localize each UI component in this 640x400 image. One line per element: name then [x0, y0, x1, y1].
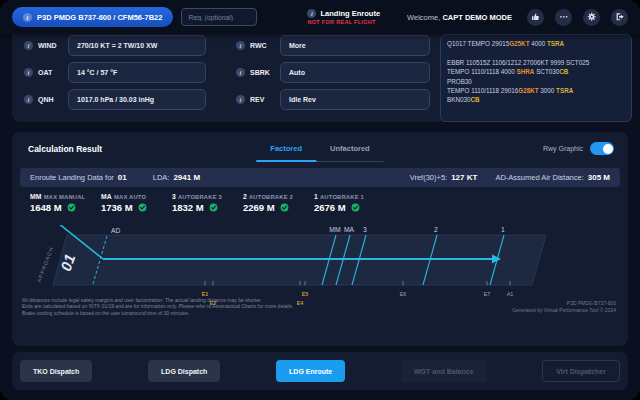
weather-line: Q1017 TEMPO 29015G25KT 4000 TSRA: [447, 39, 625, 48]
distance-value: 1736 M: [101, 202, 133, 213]
brake-card-label: 2AUTOBRAKE 2: [243, 193, 314, 200]
topbar: i P3D PMDG B737-600 / CFM56-7B22 i Landi…: [0, 0, 640, 34]
brake-card-label: MMMAX MANUAL: [30, 193, 101, 200]
rwy-graphic-label: Rwy Graphic: [543, 145, 583, 152]
field-label: REV: [250, 96, 280, 103]
stop-marker-label: MM: [329, 226, 341, 233]
brake-card-label: 3AUTOBRAKE 3: [172, 193, 243, 200]
logout-button[interactable]: [611, 9, 628, 26]
exit-label-e1: E1: [202, 291, 209, 297]
app-root: i P3D PMDG B737-600 / CFM56-7B22 i Landi…: [0, 0, 640, 400]
field-row-wind: i WIND 270/10 KT = 2 TW/10 XW: [24, 34, 206, 56]
stop-marker-label: 1: [501, 226, 505, 233]
lda-label: LDA:: [153, 173, 170, 182]
reg-input[interactable]: [181, 8, 257, 26]
runway-id: 01: [118, 173, 127, 182]
not-for-real-flight-warning: NOT FOR REAL FLIGHT: [307, 19, 380, 25]
gear-icon: [587, 12, 597, 22]
brake-card-ma: MAMAX AUTO 1736 M: [101, 193, 172, 213]
logout-icon: [615, 12, 625, 22]
ok-check-icon: [138, 203, 147, 212]
stop-marker-label: 2: [434, 226, 438, 233]
info-icon[interactable]: i: [236, 95, 245, 104]
aircraft-selector-button[interactable]: i P3D PMDG B737-600 / CFM56-7B22: [12, 7, 173, 27]
info-icon[interactable]: i: [24, 41, 33, 50]
disclaimer-text: All distances include legal safety margi…: [22, 297, 293, 316]
air-distance-label: AD-Assumed Air Distance:: [495, 173, 583, 182]
weather-info-box[interactable]: Q1017 TEMPO 29015G25KT 4000 TSRA EBBR 11…: [440, 34, 632, 122]
info-icon[interactable]: i: [24, 68, 33, 77]
toggle-knob: [603, 144, 613, 154]
field-row-rwc: i RWC More: [236, 34, 430, 56]
aircraft-label: P3D PMDG B737-600 / CFM56-7B22: [37, 13, 162, 22]
like-button[interactable]: [527, 9, 544, 26]
ok-check-icon: [280, 203, 289, 212]
lda-value: 2941 M: [173, 173, 200, 182]
approach-label: APPROACH: [36, 245, 55, 283]
field-row-oat: i OAT 14 °C / 57 °F: [24, 61, 206, 83]
distance-value: 1648 M: [30, 202, 62, 213]
info-icon[interactable]: i: [307, 9, 316, 18]
exit-label-e4: E4: [297, 300, 304, 306]
field-row-rev: i REV Idle Rev: [236, 88, 430, 110]
field-value-rwc[interactable]: More: [280, 35, 430, 56]
brake-card-3: 3AUTOBRAKE 3 1832 M: [172, 193, 243, 213]
weather-line: PROB30: [447, 77, 625, 86]
thumbs-up-icon: [531, 12, 541, 22]
stop-marker-label: MA: [344, 226, 355, 233]
tab-factored[interactable]: Factored: [256, 137, 316, 162]
stop-marker-label: 3: [363, 226, 367, 233]
ok-check-icon: [209, 203, 218, 212]
more-button[interactable]: [555, 9, 572, 26]
vref-label: Vref(30)+5:: [410, 173, 447, 182]
settings-button[interactable]: [583, 9, 600, 26]
air-distance-value: 305 M: [588, 173, 610, 182]
brake-card-mm: MMMAX MANUAL 1648 M: [30, 193, 101, 213]
weather-line: BKN030CB: [447, 95, 625, 104]
nav-ldg-dispatch[interactable]: LDG Dispatch: [148, 360, 220, 382]
welcome-text: Welcome, CAPT DEMO MODE: [407, 13, 512, 22]
field-value-wind[interactable]: 270/10 KT = 2 TW/10 XW: [68, 35, 206, 56]
nav-virt-dispatcher[interactable]: Virt Dispatcher: [542, 360, 620, 382]
brake-results-row: MMMAX MANUAL 1648 M MAMAX AUTO 1736 M 3A…: [30, 193, 385, 213]
mode-title: Landing Enroute: [320, 9, 380, 18]
field-value-rev[interactable]: Idle Rev: [280, 89, 430, 110]
field-row-sbrk: i SBRK Auto: [236, 61, 430, 83]
exit-label-a1: A1: [507, 291, 514, 297]
exit-label-e7: E7: [484, 291, 491, 297]
nav-wgt-and-balance[interactable]: WGT and Balance: [401, 360, 487, 382]
field-value-qnh[interactable]: 1017.0 hPa / 30.03 inHg: [68, 89, 206, 110]
weather-line: [447, 48, 625, 57]
brake-card-1: 1AUTOBRAKE 1 2676 M: [314, 193, 385, 213]
conditions-left-column: i WIND 270/10 KT = 2 TW/10 XW i OAT 14 °…: [24, 34, 206, 115]
username: CAPT DEMO MODE: [442, 13, 512, 22]
ok-check-icon: [351, 203, 360, 212]
field-value-oat[interactable]: 14 °C / 57 °F: [68, 62, 206, 83]
weather-line: TEMPO 1110/1118 4000 SHRA SCT030CB: [447, 67, 625, 76]
result-tabs: FactoredUnfactored: [256, 137, 383, 162]
info-icon[interactable]: i: [236, 41, 245, 50]
distance-value: 2269 M: [243, 202, 275, 213]
field-label: RWC: [250, 42, 280, 49]
nav-tko-dispatch[interactable]: TKO Dispatch: [20, 360, 92, 382]
tab-unfactored[interactable]: Unfactored: [316, 137, 384, 162]
bottom-nav: TKO DispatchLDG DispatchLDG EnrouteWGT a…: [12, 352, 628, 390]
field-value-sbrk[interactable]: Auto: [280, 62, 430, 83]
ellipsis-icon: [559, 12, 569, 22]
field-label: SBRK: [250, 69, 280, 76]
nav-ldg-enroute[interactable]: LDG Enroute: [276, 360, 345, 382]
conditions-panel: i WIND 270/10 KT = 2 TW/10 XW i OAT 14 °…: [12, 24, 628, 122]
calc-result-title: Calculation Result: [28, 144, 102, 154]
vref-value: 127 KT: [451, 173, 477, 182]
field-label: QNH: [38, 96, 68, 103]
field-label: WIND: [38, 42, 68, 49]
ad-marker-label: AD: [111, 227, 121, 234]
calculation-result-panel: Calculation Result FactoredUnfactored Rw…: [12, 132, 628, 346]
brake-card-label: 1AUTOBRAKE 1: [314, 193, 385, 200]
field-label: OAT: [38, 69, 68, 76]
brake-card-label: MAMAX AUTO: [101, 193, 172, 200]
distance-value: 1832 M: [172, 202, 204, 213]
info-icon[interactable]: i: [236, 68, 245, 77]
rwy-graphic-toggle[interactable]: [590, 142, 614, 155]
info-icon[interactable]: i: [24, 95, 33, 104]
